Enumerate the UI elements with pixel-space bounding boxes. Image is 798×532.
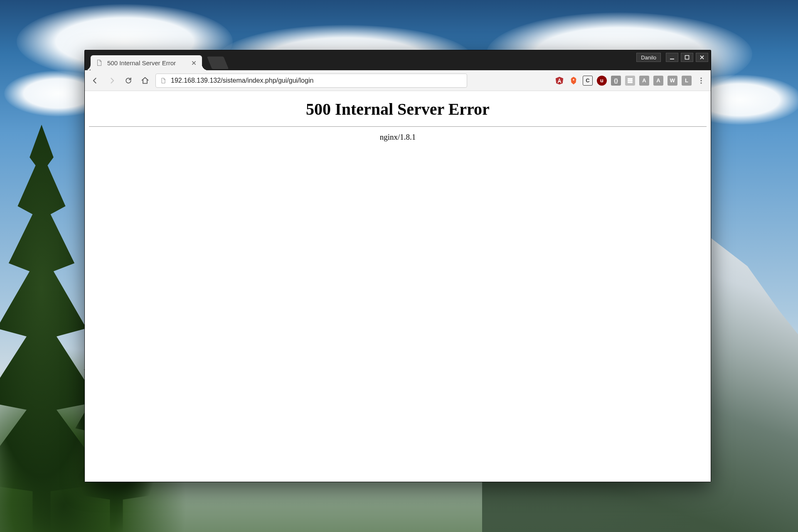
profile-chip[interactable]: Danilo [636, 53, 661, 62]
forward-button[interactable] [106, 74, 118, 87]
svg-rect-3 [628, 80, 633, 81]
angular2-icon[interactable]: A [639, 76, 649, 86]
address-bar[interactable] [155, 74, 467, 88]
a-ext-icon[interactable]: A [653, 76, 663, 86]
browser-menu-button[interactable] [696, 74, 707, 87]
devtools-icon[interactable]: {} [611, 76, 621, 86]
server-line: nginx/1.8.1 [89, 133, 707, 142]
w-ext-icon[interactable]: W [667, 76, 677, 86]
extensions-row: Cu{}AAWL [554, 76, 692, 86]
maximize-button[interactable] [681, 53, 693, 62]
browser-titlebar: Danilo 500 Internal Server Err [85, 50, 711, 70]
new-tab-button[interactable] [207, 57, 229, 69]
window-controls [666, 53, 708, 62]
url-input[interactable] [171, 77, 463, 84]
tab-strip: 500 Internal Server Error [85, 50, 226, 70]
profile-name: Danilo [641, 54, 656, 61]
file-icon [96, 59, 103, 66]
error-heading: 500 Internal Server Error [89, 99, 707, 119]
browser-tab[interactable]: 500 Internal Server Error [91, 55, 202, 70]
svg-point-5 [700, 77, 702, 79]
storage-icon[interactable] [625, 76, 635, 86]
copy-icon[interactable]: C [583, 76, 593, 86]
svg-rect-2 [628, 78, 633, 80]
divider [89, 126, 707, 127]
page-viewport[interactable]: 500 Internal Server Error nginx/1.8.1 [85, 91, 711, 482]
home-button[interactable] [139, 74, 151, 87]
browser-window: Danilo 500 Internal Server Err [84, 50, 711, 482]
ublock-icon[interactable]: u [597, 76, 607, 86]
browser-toolbar: Cu{}AAWL [85, 70, 711, 91]
close-window-button[interactable] [696, 53, 708, 62]
svg-rect-0 [670, 59, 674, 59]
tab-title: 500 Internal Server Error [107, 59, 186, 66]
desktop-wallpaper: Danilo 500 Internal Server Err [0, 0, 798, 532]
reload-button[interactable] [122, 74, 135, 87]
minimize-button[interactable] [666, 53, 678, 62]
svg-rect-4 [628, 82, 633, 83]
angular-icon[interactable] [554, 76, 564, 86]
back-button[interactable] [89, 74, 101, 87]
close-tab-button[interactable] [190, 59, 197, 66]
l-ext-icon[interactable]: L [682, 76, 692, 86]
svg-point-6 [700, 80, 702, 81]
error-page: 500 Internal Server Error nginx/1.8.1 [85, 91, 711, 148]
site-info-icon[interactable] [160, 77, 167, 84]
brave-icon[interactable] [569, 76, 579, 86]
svg-rect-1 [685, 56, 689, 59]
svg-point-7 [700, 82, 702, 84]
